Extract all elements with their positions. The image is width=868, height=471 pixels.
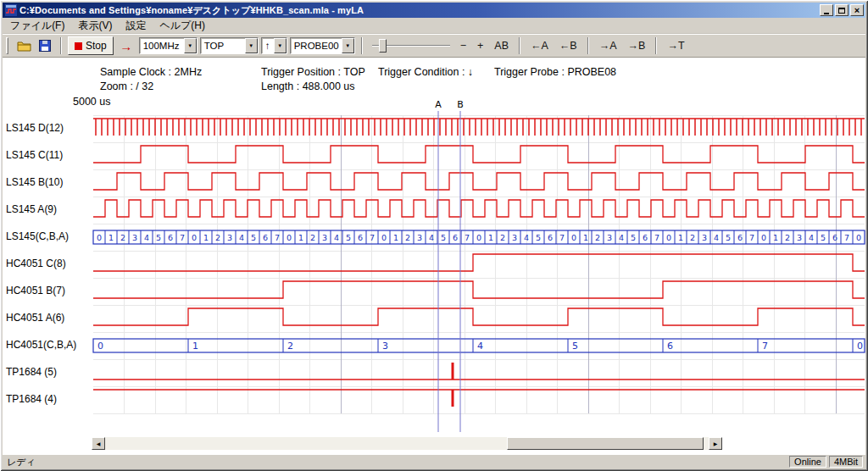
svg-text:1: 1 [583,233,588,242]
svg-text:3: 3 [512,233,517,242]
zoom-slider-handle[interactable] [379,39,387,53]
svg-text:7: 7 [559,233,565,242]
svg-text:7: 7 [370,233,375,242]
svg-text:7: 7 [275,233,280,242]
waveform-channel-square [93,254,865,271]
svg-text:3: 3 [227,233,232,242]
trigger-edge-select[interactable]: ↑ ▼ [261,37,287,54]
toolbar-grip[interactable] [6,37,8,54]
menu-settings[interactable]: 設定 [119,17,153,35]
svg-text:4: 4 [524,233,529,242]
toolbar-separator [655,37,657,54]
minimize-button[interactable] [820,4,833,16]
ab-button[interactable]: AB [490,37,513,54]
dropdown-arrow-icon[interactable]: ▼ [274,38,287,53]
svg-text:6: 6 [667,341,673,352]
zoom-slider[interactable] [372,37,450,54]
trigger-probe-select[interactable]: PROBE00 ▼ [290,37,355,54]
svg-text:3: 3 [797,233,802,242]
svg-text:3: 3 [132,233,137,242]
waveform-channel-square [93,200,865,217]
svg-text:B: B [457,99,464,110]
waveform-channel-square [93,146,865,163]
svg-text:2: 2 [405,233,410,242]
svg-text:6: 6 [548,233,553,242]
svg-text:2: 2 [690,233,695,242]
svg-text:6: 6 [643,233,648,242]
svg-text:0: 0 [856,233,861,242]
svg-text:7: 7 [180,233,185,242]
menu-file[interactable]: ファイル(F) [3,17,71,35]
waveform-channel-bus: 012345670 [93,339,865,352]
toolbar-separator [60,37,62,54]
svg-text:1: 1 [203,233,209,242]
toolbar-separator [361,37,363,54]
goto-a-left-button[interactable]: ←A [526,37,553,54]
stop-label: Stop [86,40,107,52]
svg-text:0: 0 [476,233,481,242]
stop-button[interactable]: Stop [68,36,114,55]
trigger-position-select[interactable]: TOP ▼ [200,37,259,54]
scrollbar-thumb[interactable] [507,437,704,450]
save-button[interactable] [36,36,54,55]
svg-text:0: 0 [857,341,863,352]
trigger-position-value: TOP [201,38,245,53]
svg-text:2: 2 [785,233,790,242]
memory-indicator: 4MBit [829,456,863,468]
status-message: レディ [3,456,789,468]
svg-text:2: 2 [595,233,600,242]
scroll-right-button[interactable]: ▶ [709,437,722,450]
waveform-channel-pulse [93,363,865,380]
sample-clock-select[interactable]: 100MHz ▼ [139,37,198,54]
run-button[interactable]: → [116,36,136,55]
cursor-a[interactable]: A [435,99,442,432]
goto-trigger-button[interactable]: →T [663,37,688,54]
dropdown-arrow-icon[interactable]: ▼ [184,38,197,53]
svg-text:1: 1 [678,233,683,242]
online-indicator: Online [789,456,826,468]
menu-help[interactable]: ヘルプ(H) [153,17,212,35]
svg-text:4: 4 [429,233,434,242]
goto-b-left-button[interactable]: ←B [555,37,581,54]
dropdown-arrow-icon[interactable]: ▼ [245,38,258,53]
svg-text:5: 5 [251,233,256,242]
svg-text:1: 1 [298,233,303,242]
window-title: C:¥Documents and Settings¥noname¥デスクトップ¥… [19,4,820,17]
open-button[interactable] [14,36,33,55]
svg-text:1: 1 [192,341,198,352]
svg-text:5: 5 [821,233,826,242]
zoom-in-button[interactable]: + [473,37,487,54]
scroll-left-button[interactable]: ◀ [92,437,105,450]
svg-text:4: 4 [144,233,149,242]
close-button[interactable]: × [850,4,864,16]
svg-text:0: 0 [571,233,576,242]
svg-text:0: 0 [192,233,197,242]
svg-text:7: 7 [749,233,754,242]
menu-view[interactable]: 表示(V) [71,17,119,35]
close-icon: × [854,6,860,15]
svg-text:3: 3 [702,233,707,242]
svg-text:5: 5 [441,233,446,242]
svg-text:3: 3 [607,233,612,242]
goto-b-right-button[interactable]: →B [624,37,650,54]
trigger-edge-value: ↑ [262,38,274,53]
waveform-channel-square [93,281,865,298]
zoom-info: Zoom : / 32 [100,80,153,92]
dropdown-arrow-icon[interactable]: ▼ [342,38,354,53]
horizontal-scrollbar[interactable]: ◀ ▶ [92,437,722,450]
toolbar-separator [587,37,589,54]
svg-text:6: 6 [832,233,837,242]
zoom-out-button[interactable]: − [456,37,470,54]
scrollbar-track[interactable] [105,437,709,450]
toolbar-separator [519,37,520,54]
goto-a-right-button[interactable]: →A [595,37,621,54]
svg-text:0: 0 [381,233,387,242]
maximize-button[interactable] [835,4,849,16]
svg-text:5: 5 [572,341,578,352]
svg-text:5: 5 [726,233,731,242]
svg-text:1: 1 [393,233,398,242]
waveform-display[interactable]: 0123456701234567012345670123456701234567… [0,98,868,437]
cursor-b[interactable]: B [457,99,464,432]
svg-text:6: 6 [168,233,173,242]
waveform-grid [93,115,865,413]
